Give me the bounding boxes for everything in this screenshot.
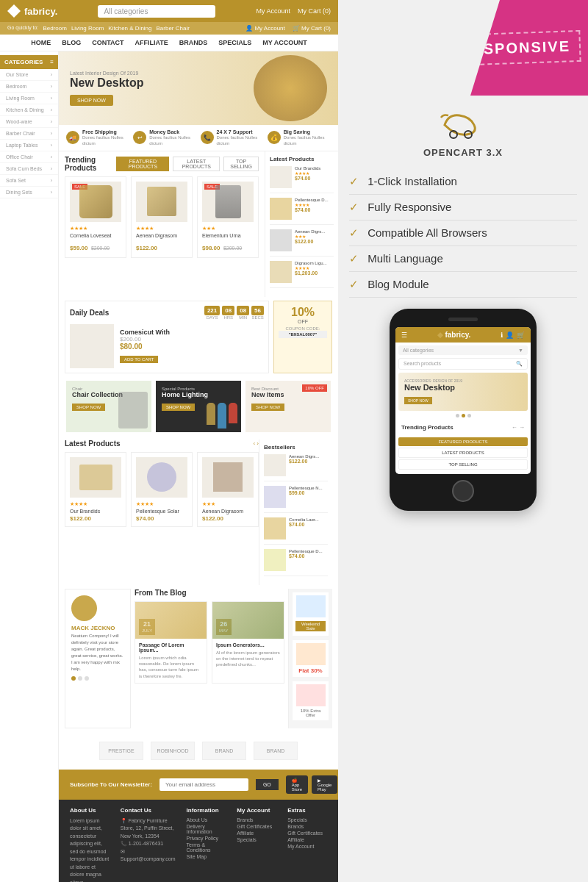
nav-brands[interactable]: BRANDS	[179, 39, 208, 46]
phone-tab-latest[interactable]: LATEST PRODUCTS	[398, 448, 528, 458]
phone-trending: Trending Products ← →	[395, 420, 531, 434]
footer-link-giftcerts[interactable]: Gift Certificates	[237, 824, 276, 829]
lighting-imgs	[207, 403, 237, 429]
tab-latest[interactable]: LATEST PRODUCTS	[173, 157, 220, 171]
sidebar-item-bedroom[interactable]: Bedroom›	[0, 81, 58, 93]
footer-link-specials[interactable]: Specials	[237, 837, 276, 842]
footer-link-specials2[interactable]: Specials	[287, 817, 327, 822]
special-flat30: Flat 30%	[293, 640, 329, 677]
sidebar: CATEGORIES ≡ Our Store› Bedroom› Living …	[0, 51, 59, 882]
footer-link-affiliate[interactable]: Affiliate	[237, 831, 276, 836]
promo-lighting-button[interactable]: SHOP NOW	[162, 404, 195, 411]
sec-cart[interactable]: 🛒 My Cart (0)	[293, 25, 331, 32]
phone-search-bar-1[interactable]: All categories ▼	[398, 345, 528, 355]
content-area: CATEGORIES ≡ Our Store› Bedroom› Living …	[0, 51, 338, 882]
nav-myaccount[interactable]: MY ACCOUNT	[262, 39, 307, 46]
nav-contact[interactable]: CONTACT	[92, 39, 123, 46]
footer-link-brands2[interactable]: Brands	[287, 824, 327, 829]
newsletter-label: Subscribe To Our Newsletter:	[70, 781, 152, 788]
nav-home[interactable]: HOME	[31, 39, 51, 46]
sidebar-item-barberchair[interactable]: Barber Chair›	[0, 128, 58, 140]
best-item-1: Aenean Digrs... $122.00	[264, 454, 328, 481]
responsive-badge-bg: RESPONSIVE	[470, 0, 588, 96]
testimonial-text: Neatium Compony! I will definitely visit…	[71, 633, 124, 673]
phone-action-icons: ℹ 👤 🛒	[501, 331, 525, 339]
footer-link-giftcerts2[interactable]: Gift Certificates	[287, 831, 327, 836]
benefit-saving-text: Big Saving Donec facilius Nulles dictum	[284, 129, 331, 147]
promo-chair-button[interactable]: SHOP NOW	[72, 404, 105, 411]
quick-link-barber[interactable]: Barber Chair	[157, 25, 190, 32]
phone-tab-topselling[interactable]: TOP SELLING	[398, 459, 528, 470]
promo-newitems-button[interactable]: SHOP NOW	[251, 404, 284, 411]
count-secs: 56 SECS	[251, 306, 264, 320]
product-price-3: $98.00 $200.00	[202, 240, 254, 253]
blog-img-bg-2	[212, 602, 284, 639]
nav-affiliate[interactable]: AFFILIATE	[135, 39, 168, 46]
footer-link-affiliate2[interactable]: Affiliate	[287, 837, 327, 842]
quick-link-bedroom[interactable]: Bedroom	[43, 25, 66, 32]
sidebar-item-livingroom[interactable]: Living Room›	[0, 93, 58, 104]
cart-link[interactable]: My Cart (0)	[298, 7, 331, 15]
phone-mockup: ☰ ◆ fabricy. ℹ 👤 🛒 All categories ▼ Sear…	[390, 309, 537, 511]
footer-link-myaccount2[interactable]: My Account	[287, 844, 327, 849]
hero-shop-button[interactable]: SHOP NOW	[70, 95, 113, 106]
responsive-text: RESPONSIVE	[460, 37, 571, 58]
blog-content-2: Ipsum Generators... Al of the lorem ipsu…	[212, 639, 284, 672]
add-to-cart-button[interactable]: ADD TO CART	[120, 356, 158, 363]
benefits-bar: 🚚 Free Shipping Donec facilius Nulles di…	[59, 125, 338, 151]
footer-link-aboutus[interactable]: About Us	[187, 817, 226, 822]
phone-menu-icon: ☰	[401, 331, 407, 339]
footer-link-terms[interactable]: Terms & Conditions	[187, 842, 226, 853]
quick-link-living[interactable]: Living Room	[71, 25, 104, 32]
sidebar-item-sofacum[interactable]: Sofa Cum Beds›	[0, 163, 58, 175]
product-img-2	[136, 182, 187, 222]
tab-featured[interactable]: FEATURED PRODUCTS	[116, 157, 169, 171]
footer-about: About Us Lorem ipsum dolor sit amet, con…	[70, 807, 110, 882]
phone-dot-2	[462, 414, 465, 417]
sidebar-item-ourstore[interactable]: Our Store›	[0, 69, 58, 81]
blog-grid: 21 JULY Passage Of Lorem Ipsum... Lorem …	[135, 601, 284, 684]
wide-products-arrows[interactable]: ‹ ›	[253, 440, 259, 447]
latest-product-img-3	[270, 229, 292, 251]
newsletter-submit[interactable]: GO	[256, 779, 279, 790]
footer-link-sitemap[interactable]: Site Map	[187, 854, 226, 859]
opencart-version: OPENCART 3.X	[349, 147, 577, 158]
footer-link-privacy[interactable]: Privacy Policy	[187, 836, 226, 841]
footer-extras: Extras Specials Brands Gift Certificates…	[287, 807, 327, 882]
phone-tab-featured[interactable]: FEATURED PRODUCTS	[398, 437, 528, 446]
sidebar-item-office[interactable]: Office Chair›	[0, 151, 58, 163]
sidebar-item-dining[interactable]: Dining Sets›	[0, 187, 58, 198]
search-bar[interactable]: All categories	[98, 5, 215, 18]
nav-blog[interactable]: BLOG	[62, 39, 81, 46]
newsletter-input[interactable]	[159, 778, 248, 791]
best-item-3: Cornelia Laer... $74.00	[264, 517, 328, 545]
tab-top-selling[interactable]: TOP SELLING	[223, 157, 259, 171]
wide-products-title: Latest Products	[65, 440, 121, 448]
phone-trending-arrows[interactable]: ← →	[512, 424, 525, 431]
brand-prestige: PRESTIGE	[99, 742, 143, 760]
googleplay-badge[interactable]: ▶ Google Play	[312, 775, 337, 794]
sec-account[interactable]: 👤 My Account	[245, 25, 285, 32]
best-img-4	[264, 549, 286, 571]
quick-link-kitchen[interactable]: Kitchen & Dining	[108, 25, 151, 32]
benefit-moneyback-text: Money Back Donec facilius Nulles dictum	[149, 129, 196, 147]
phone-hero-btn[interactable]: SHOP NOW	[404, 397, 432, 404]
phone-search-bar-2[interactable]: Search products 🔍	[398, 358, 528, 370]
sidebar-item-sofaset[interactable]: Sofa Set›	[0, 175, 58, 187]
sidebar-item-woodware[interactable]: Wood-ware›	[0, 116, 58, 128]
support-icon: 📞	[201, 131, 214, 144]
wide-product-img-2	[136, 457, 187, 498]
account-link[interactable]: My Account	[256, 7, 290, 15]
appstore-badge[interactable]: 🍎 App Store	[286, 775, 308, 794]
footer-link-brands[interactable]: Brands	[237, 817, 276, 822]
sidebar-item-kitchen[interactable]: Kitchen & Dining›	[0, 104, 58, 116]
coupon-discount: 10%	[279, 306, 327, 319]
footer-link-delivery[interactable]: Delivery Information	[187, 824, 226, 834]
phone-home-button[interactable]	[452, 480, 474, 502]
wide-section: Latest Products ‹ › ★★★★ Our Brandids $1…	[59, 436, 338, 589]
blog-card-1: 21 JULY Passage Of Lorem Ipsum... Lorem …	[135, 601, 207, 684]
nav-specials[interactable]: SPECIALS	[218, 39, 251, 46]
right-panel: RESPONSIVE OPENCART 3.X ✓ 1-Click Instal…	[338, 0, 588, 882]
sidebar-item-laptop[interactable]: Laptop Tables›	[0, 140, 58, 151]
logo-area[interactable]: fabricy.	[7, 4, 57, 18]
